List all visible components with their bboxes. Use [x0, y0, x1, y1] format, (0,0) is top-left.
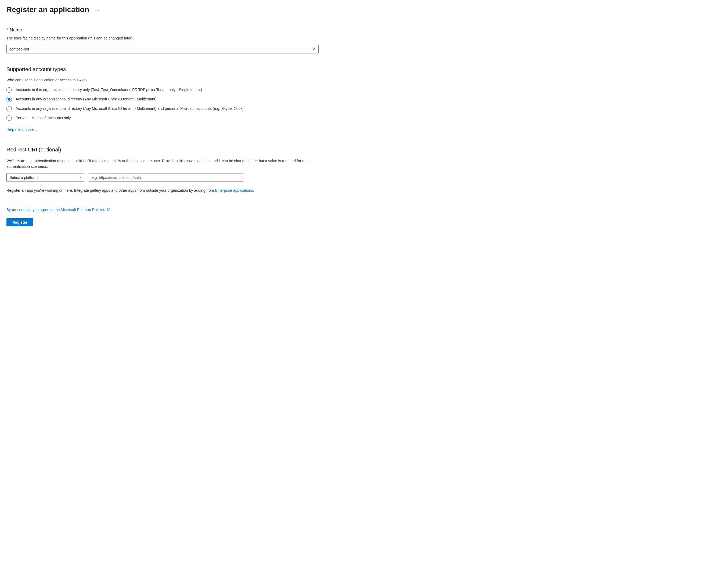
radio-icon: [6, 106, 12, 111]
platform-select[interactable]: Select a platform: [6, 173, 84, 182]
integrate-text-prefix: Register an app you're working on here. …: [6, 188, 215, 192]
name-input-wrapper: [6, 45, 319, 53]
name-label-text: Name: [10, 27, 22, 33]
name-help-text: The user-facing display name for this ap…: [6, 35, 319, 41]
redirect-heading: Redirect URI (optional): [6, 147, 319, 153]
register-button[interactable]: Register: [6, 218, 33, 226]
name-input[interactable]: [6, 45, 319, 53]
external-link-icon: [107, 208, 110, 212]
radio-label: Accounts in any organizational directory…: [16, 106, 244, 111]
account-types-heading: Supported account types: [6, 66, 319, 73]
radio-icon: [6, 97, 12, 102]
redirect-uri-input[interactable]: [89, 173, 243, 182]
radio-option-single-tenant[interactable]: Accounts in this organizational director…: [6, 87, 319, 93]
platform-policies-link[interactable]: By proceeding, you agree to the Microsof…: [6, 208, 105, 212]
required-asterisk-icon: *: [6, 28, 8, 32]
redirect-help-text: We'll return the authentication response…: [6, 158, 319, 169]
enterprise-applications-link[interactable]: Enterprise applications: [215, 188, 253, 192]
radio-option-personal-only[interactable]: Personal Microsoft accounts only: [6, 115, 319, 121]
platform-select-value: Select a platform: [9, 175, 37, 180]
more-actions-icon[interactable]: ···: [95, 6, 99, 14]
radio-icon: [6, 115, 12, 121]
policies-row: By proceeding, you agree to the Microsof…: [6, 208, 319, 212]
radio-option-multitenant-personal[interactable]: Accounts in any organizational directory…: [6, 106, 319, 111]
redirect-input-row: Select a platform: [6, 173, 319, 182]
section-divider: [0, 200, 325, 200]
chevron-down-icon: [79, 176, 82, 180]
radio-label: Personal Microsoft accounts only: [16, 115, 71, 121]
integrate-text: Register an app you're working on here. …: [6, 188, 319, 193]
page-header: Register an application ···: [6, 5, 319, 14]
name-field-label: * Name: [6, 27, 319, 33]
account-types-question: Who can use this application or access t…: [6, 78, 319, 82]
radio-icon: [6, 87, 12, 93]
radio-label: Accounts in this organizational director…: [16, 87, 202, 93]
page-title: Register an application: [6, 5, 89, 14]
integrate-text-suffix: .: [253, 188, 254, 192]
account-types-radio-group: Accounts in this organizational director…: [6, 87, 319, 121]
radio-option-multitenant[interactable]: Accounts in any organizational directory…: [6, 97, 319, 102]
radio-label: Accounts in any organizational directory…: [16, 97, 156, 102]
help-me-choose-link[interactable]: Help me choose...: [6, 127, 37, 132]
